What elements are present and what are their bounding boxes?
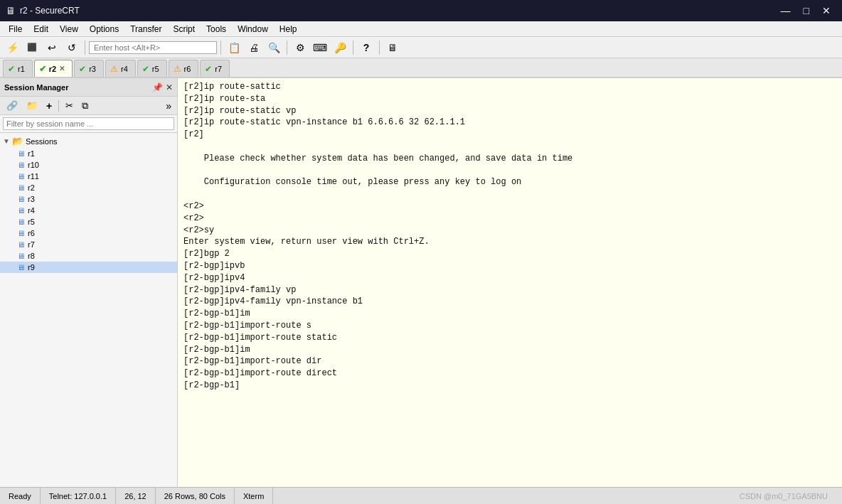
tab-r5[interactable]: ✔r5: [137, 60, 167, 77]
session-item-r7[interactable]: 🖥r7: [0, 239, 177, 250]
close-button[interactable]: ✕: [816, 4, 836, 18]
folder-icon: 📂: [12, 136, 23, 146]
session-expand-icon[interactable]: »: [163, 100, 174, 112]
session-label-r10: r10: [28, 161, 39, 169]
session-item-r10[interactable]: 🖥r10: [0, 159, 177, 171]
menu-item-file[interactable]: File: [3, 23, 28, 36]
toolbar-sep-1: [85, 41, 85, 55]
session-add-icon[interactable]: +: [43, 99, 55, 113]
tab-label-r7: r7: [215, 65, 222, 73]
dimensions-text: 26 Rows, 80 Cols: [164, 492, 225, 500]
status-dimensions: 26 Rows, 80 Cols: [156, 488, 235, 504]
toolbar-map-icon[interactable]: 📋: [225, 39, 243, 56]
title-bar-controls: — □ ✕: [775, 4, 836, 18]
tab-label-r2: r2: [49, 65, 56, 73]
status-connection: Telnet: 127.0.0.1: [41, 488, 116, 504]
status-terminal: Xterm: [235, 488, 273, 504]
tab-close-r2[interactable]: ✕: [59, 65, 65, 73]
session-label-r4: r4: [28, 206, 35, 215]
toolbar-help-icon[interactable]: ?: [357, 39, 375, 56]
session-copy-icon[interactable]: ⧉: [78, 99, 92, 113]
tab-icon-r6: ⚠: [174, 64, 181, 74]
session-item-r8[interactable]: 🖥r8: [0, 250, 177, 262]
terminal-area[interactable]: [r2]ip route-sattic [r2]ip route-sta [r2…: [178, 78, 842, 487]
toolbar-disconnect-icon[interactable]: ⬛: [23, 39, 41, 56]
session-filter-input[interactable]: [3, 117, 174, 130]
tab-icon-r3: ✔: [79, 64, 86, 74]
session-filter: [0, 115, 177, 133]
session-item-r6[interactable]: 🖥r6: [0, 227, 177, 239]
menu-bar: FileEditViewOptionsTransferScriptToolsWi…: [0, 21, 842, 37]
tab-r3[interactable]: ✔r3: [74, 60, 104, 77]
sessions-folder[interactable]: ▼ 📂 Sessions: [0, 134, 177, 148]
session-panel-controls: 📌 ✕: [152, 82, 173, 92]
menu-item-tools[interactable]: Tools: [201, 23, 232, 36]
toolbar-sep-2: [220, 41, 221, 55]
menu-item-script[interactable]: Script: [167, 23, 201, 36]
tab-r1[interactable]: ✔r1: [3, 60, 33, 77]
tab-icon-r5: ✔: [142, 64, 149, 74]
menu-item-view[interactable]: View: [54, 23, 84, 36]
minimize-button[interactable]: —: [775, 4, 796, 18]
sessions-label: Sessions: [26, 137, 58, 146]
panel-close-button[interactable]: ✕: [166, 82, 173, 92]
session-tree: ▼ 📂 Sessions 🖥r1🖥r10🖥r11🖥r2🖥r3🖥r4🖥r5🖥r6🖥…: [0, 133, 177, 487]
app-icon: 🖥: [6, 5, 16, 16]
session-link-icon[interactable]: 🔗: [3, 99, 21, 112]
session-toolbar-sep: [58, 100, 59, 112]
title-bar-left: 🖥 r2 - SecureCRT: [6, 5, 80, 16]
host-input[interactable]: [89, 41, 217, 54]
toolbar-find-icon[interactable]: 🔍: [265, 39, 283, 56]
session-label-r9: r9: [28, 263, 35, 272]
tab-r4[interactable]: ⚠r4: [105, 60, 136, 77]
toolbar-print-icon[interactable]: 🖨: [245, 39, 263, 56]
toolbar-reconnect-icon[interactable]: ↺: [63, 39, 81, 56]
tab-r7[interactable]: ✔r7: [200, 60, 230, 77]
toolbar-screen-icon[interactable]: 🖥: [383, 39, 402, 56]
session-item-r2[interactable]: 🖥r2: [0, 182, 177, 193]
menu-item-edit[interactable]: Edit: [28, 23, 54, 36]
tab-label-r1: r1: [18, 65, 25, 73]
window-title: r2 - SecureCRT: [20, 6, 80, 16]
session-manager-title: Session Manager: [4, 83, 68, 92]
title-bar: 🖥 r2 - SecureCRT — □ ✕: [0, 0, 842, 21]
computer-icon-r1: 🖥: [17, 149, 25, 158]
computer-icon-r4: 🖥: [17, 206, 25, 215]
ready-text: Ready: [9, 492, 31, 500]
computer-icon-r3: 🖥: [17, 195, 25, 203]
connection-text: Telnet: 127.0.0.1: [49, 492, 107, 500]
toolbar-key-icon[interactable]: 🔑: [331, 39, 349, 56]
toolbar-sep-3: [287, 41, 287, 55]
session-folder-icon[interactable]: 📁: [23, 99, 41, 112]
tab-r6[interactable]: ⚠r6: [169, 60, 199, 77]
restore-button[interactable]: □: [798, 4, 815, 18]
session-label-r5: r5: [28, 218, 35, 226]
toolbar-keyboard-icon[interactable]: ⌨: [311, 39, 329, 56]
session-label-r1: r1: [28, 149, 35, 158]
menu-item-options[interactable]: Options: [84, 23, 124, 36]
tab-label-r5: r5: [152, 65, 159, 73]
session-item-r9[interactable]: 🖥r9: [0, 262, 177, 273]
menu-item-window[interactable]: Window: [232, 23, 274, 36]
toolbar-clone-icon[interactable]: ↩: [43, 39, 61, 56]
tab-label-r3: r3: [89, 65, 96, 73]
session-item-r3[interactable]: 🖥r3: [0, 193, 177, 205]
session-label-r6: r6: [28, 229, 35, 237]
computer-icon-r6: 🖥: [17, 229, 25, 237]
menu-item-transfer[interactable]: Transfer: [124, 23, 167, 36]
session-item-r4[interactable]: 🖥r4: [0, 205, 177, 216]
session-item-r5[interactable]: 🖥r5: [0, 216, 177, 227]
session-panel: Session Manager 📌 ✕ 🔗 📁 + ✂ ⧉ » ▼ 📂 Sess…: [0, 78, 178, 487]
menu-item-help[interactable]: Help: [274, 23, 303, 36]
session-cut-icon[interactable]: ✂: [62, 99, 77, 112]
toolbar-connect-icon[interactable]: ⚡: [3, 39, 21, 56]
tab-r2[interactable]: ✔r2✕: [34, 60, 73, 77]
panel-pin-button[interactable]: 📌: [152, 82, 163, 92]
toolbar: ⚡ ⬛ ↩ ↺ 📋 🖨 🔍 ⚙ ⌨ 🔑 ? 🖥: [0, 37, 842, 58]
toolbar-options-icon[interactable]: ⚙: [291, 39, 309, 56]
computer-icon-r8: 🖥: [17, 252, 25, 260]
status-ready: Ready: [6, 488, 41, 504]
session-item-r11[interactable]: 🖥r11: [0, 171, 177, 182]
session-item-r1[interactable]: 🖥r1: [0, 148, 177, 159]
computer-icon-r10: 🖥: [17, 161, 25, 169]
